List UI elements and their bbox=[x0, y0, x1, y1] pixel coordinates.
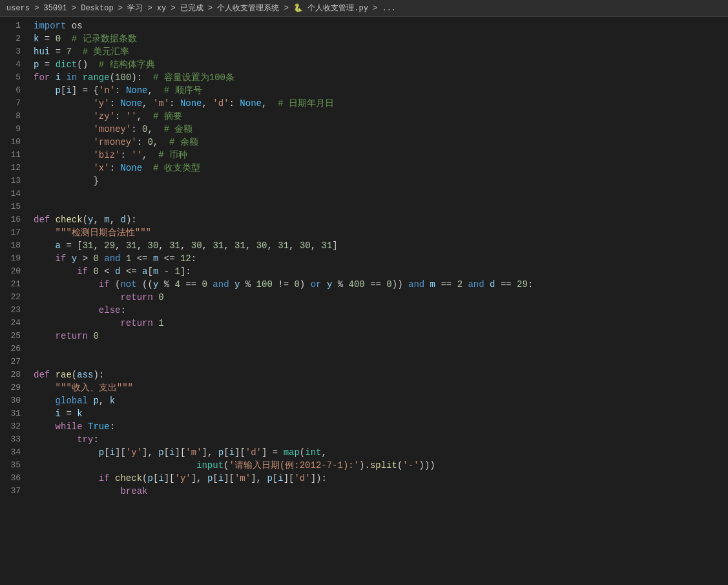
code-line: 18 a = [31, 29, 31, 30, 31, 30, 31, 31, … bbox=[0, 239, 728, 252]
code-line: 26 bbox=[0, 343, 728, 356]
code-line: 10 'rmoney': 0, # 余额 bbox=[0, 136, 728, 149]
code-line: 25 return 0 bbox=[0, 330, 728, 343]
code-line: 15 bbox=[0, 200, 728, 213]
code-line: 23 else: bbox=[0, 304, 728, 317]
code-line: 1 import os bbox=[0, 19, 728, 32]
code-line: 7 'y': None, 'm': None, 'd': None, # 日期年… bbox=[0, 97, 728, 110]
code-line: 30 global p, k bbox=[0, 394, 728, 407]
code-line: 35 input('请输入日期(例:2012-7-1):').split('-'… bbox=[0, 459, 728, 472]
code-line: 29 """收入、支出""" bbox=[0, 381, 728, 394]
code-line: 6 p[i] = {'n': None, # 顺序号 bbox=[0, 84, 728, 97]
code-line: 9 'money': 0, # 金额 bbox=[0, 123, 728, 136]
code-line: 5 for i in range(100): # 容量设置为100条 bbox=[0, 71, 728, 84]
code-line: 28 def rae(ass): bbox=[0, 368, 728, 381]
code-line: 12 'x': None # 收支类型 bbox=[0, 162, 728, 175]
code-line: 2 k = 0 # 记录数据条数 bbox=[0, 32, 728, 45]
code-line: 32 while True: bbox=[0, 420, 728, 433]
code-line: 3 hui = 7 # 美元汇率 bbox=[0, 45, 728, 58]
code-line: 24 return 1 bbox=[0, 317, 728, 330]
code-line: 21 if (not ((y % 4 == 0 and y % 100 != 0… bbox=[0, 278, 728, 291]
code-line: 37 break bbox=[0, 485, 728, 498]
code-line: 31 i = k bbox=[0, 407, 728, 420]
code-line: 20 if 0 < d <= a[m - 1]: bbox=[0, 265, 728, 278]
code-line: 16 def check(y, m, d): bbox=[0, 213, 728, 226]
code-line: 4 p = dict() # 结构体字典 bbox=[0, 58, 728, 71]
code-line: 8 'zy': '', # 摘要 bbox=[0, 110, 728, 123]
code-line: 27 bbox=[0, 356, 728, 368]
code-line: 34 p[i]['y'], p[i]['m'], p[i]['d'] = map… bbox=[0, 446, 728, 459]
breadcrumb: users > 35091 > Desktop > 学习 > xy > 已完成 … bbox=[6, 4, 396, 13]
code-line: 13 } bbox=[0, 175, 728, 187]
code-line: 36 if check(p[i]['y'], p[i]['m'], p[i]['… bbox=[0, 472, 728, 485]
code-line: 11 'biz': '', # 币种 bbox=[0, 149, 728, 162]
code-line: 14 bbox=[0, 187, 728, 200]
breadcrumb-bar: users > 35091 > Desktop > 学习 > xy > 已完成 … bbox=[0, 0, 728, 17]
code-area: 1 import os 2 k = 0 # 记录数据条数 3 hui = 7 #… bbox=[0, 17, 728, 584]
code-line: 33 try: bbox=[0, 433, 728, 446]
code-line: 22 return 0 bbox=[0, 291, 728, 304]
code-line: 19 if y > 0 and 1 <= m <= 12: bbox=[0, 252, 728, 265]
code-line: 17 """检测日期合法性""" bbox=[0, 226, 728, 239]
